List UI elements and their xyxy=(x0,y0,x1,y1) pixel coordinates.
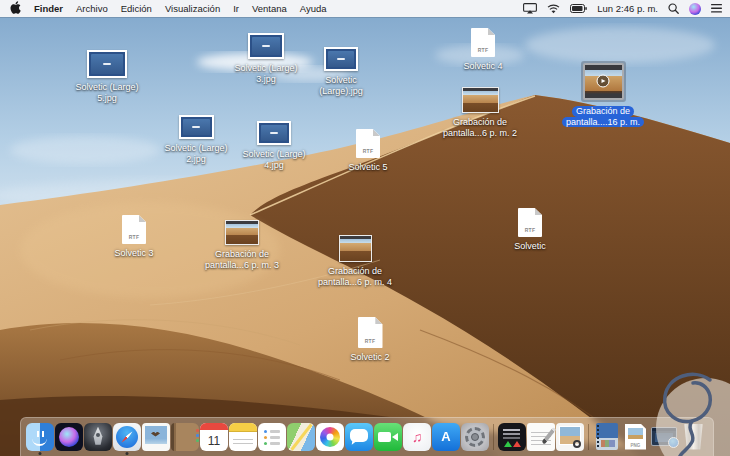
menu-archivo[interactable]: Archivo xyxy=(76,3,108,14)
jpg-thumbnail xyxy=(324,47,358,71)
icon-label: Solvetic 3 xyxy=(114,248,153,259)
icon-label: Solvetic 4 xyxy=(463,61,502,72)
menu-ventana[interactable]: Ventana xyxy=(252,3,287,14)
rtf-file-icon: RTF xyxy=(358,317,383,348)
icon-label: Solvetic (Large)3.jpg xyxy=(234,63,297,84)
icon-label: Solvetic 5 xyxy=(348,162,387,173)
menu-ir[interactable]: Ir xyxy=(233,3,239,14)
rtf-file-icon: RTF xyxy=(122,215,146,244)
jpg-thumbnail xyxy=(87,50,127,78)
notification-center-icon[interactable] xyxy=(711,4,722,13)
desktop-icon-rtf-solvetic-3[interactable]: RTF Solvetic 3 xyxy=(89,215,179,259)
dock-textedit-icon[interactable] xyxy=(527,423,555,451)
menu-ayuda[interactable]: Ayuda xyxy=(300,3,327,14)
desktop-icon-rtf-solvetic-4[interactable]: RTF Solvetic 4 xyxy=(438,28,528,72)
desktop-icon-screenshot-4[interactable]: Grabación depantalla...6 p. m. 4 xyxy=(310,235,400,287)
jpg-thumbnail xyxy=(257,121,291,145)
menu-visualizacion[interactable]: Visualización xyxy=(165,3,220,14)
dock: 11 PNG xyxy=(20,417,714,456)
screenshot-thumbnail xyxy=(339,235,372,262)
dock-itunes-icon[interactable] xyxy=(403,423,431,451)
dock-reminders-icon[interactable] xyxy=(258,423,286,451)
dock-appstore-icon[interactable] xyxy=(432,423,460,451)
jpg-thumbnail xyxy=(179,115,214,139)
icon-label: Solvetic(Large).jpg xyxy=(319,75,363,96)
desktop-icon-jpg-solvetic-large-2[interactable]: Solvetic (Large)2.jpg xyxy=(151,115,241,164)
dock-divider xyxy=(588,424,589,450)
rtf-badge: RTF xyxy=(518,227,542,233)
png-badge: PNG xyxy=(625,443,646,448)
dock-calendar-icon[interactable]: 11 xyxy=(200,423,228,451)
menu-finder[interactable]: Finder xyxy=(34,3,63,14)
running-indicator xyxy=(126,452,129,455)
desktop-icon-rtf-solvetic-5[interactable]: RTF Solvetic 5 xyxy=(323,129,413,173)
battery-icon[interactable] xyxy=(570,4,587,13)
rtf-file-icon: RTF xyxy=(471,28,495,57)
desktop-icon-screenshot-3[interactable]: Grabación depantalla...6 p. m. 3 xyxy=(197,220,287,270)
spotlight-search-icon[interactable] xyxy=(668,3,679,14)
icon-label-selected: Grabación depantalla....16 p. m. xyxy=(558,106,648,127)
icon-label: Solvetic xyxy=(514,241,546,252)
menu-bar: Finder Archivo Edición Visualización Ir … xyxy=(0,0,730,17)
rtf-badge: RTF xyxy=(358,338,383,344)
jpg-thumbnail xyxy=(248,33,284,59)
video-thumbnail xyxy=(583,63,624,100)
dock-divider xyxy=(493,424,494,450)
rtf-badge: RTF xyxy=(122,234,146,240)
desktop-icon-rtf-solvetic[interactable]: RTF Solvetic xyxy=(485,208,575,252)
icon-label: Grabación depantalla...6 p. m. 4 xyxy=(318,266,392,287)
dock-messages-icon[interactable] xyxy=(345,423,373,451)
dock-photos-icon[interactable] xyxy=(316,423,344,451)
icon-label: Grabación depantalla...6 p. m. 2 xyxy=(443,117,517,138)
dock-system-preferences-icon[interactable] xyxy=(461,423,489,451)
desktop-icon-video-grabacion-selected[interactable]: Grabación depantalla....16 p. m. xyxy=(558,61,648,127)
screenshot-thumbnail xyxy=(225,220,259,245)
dock-notes-icon[interactable] xyxy=(229,423,257,451)
macos-desktop: Finder Archivo Edición Visualización Ir … xyxy=(0,0,730,456)
dock-launchpad-icon[interactable] xyxy=(84,423,112,451)
desktop-icon-jpg-solvetic-large[interactable]: Solvetic(Large).jpg xyxy=(296,47,386,96)
dock-safari-icon[interactable] xyxy=(113,423,141,451)
calendar-day: 11 xyxy=(208,432,220,451)
icon-label: Solvetic (Large)5.jpg xyxy=(75,82,138,103)
rtf-file-icon: RTF xyxy=(356,129,380,158)
dock-maps-icon[interactable] xyxy=(287,423,315,451)
apple-logo-icon xyxy=(10,1,21,14)
screenshot-thumbnail xyxy=(462,87,499,113)
rtf-file-icon: RTF xyxy=(518,208,542,237)
running-indicator xyxy=(39,452,42,455)
apple-menu[interactable] xyxy=(10,1,21,16)
selection-highlight xyxy=(581,61,626,102)
desktop-icon-jpg-solvetic-large-4[interactable]: Solvetic (Large)4.jpg xyxy=(229,121,319,170)
dock-stocks-icon[interactable] xyxy=(498,423,526,451)
icon-label: Grabación depantalla...6 p. m. 3 xyxy=(205,249,279,270)
dock-siri-icon[interactable] xyxy=(55,423,83,451)
icon-label: Solvetic (Large)2.jpg xyxy=(164,143,227,164)
airplay-display-icon[interactable] xyxy=(523,3,537,14)
play-icon xyxy=(601,79,605,83)
dock-contacts-icon[interactable] xyxy=(171,423,199,451)
desktop-icon-screenshot-2[interactable]: Grabación depantalla...6 p. m. 2 xyxy=(435,87,525,138)
dock-finder-icon[interactable] xyxy=(26,423,54,451)
dock-preview-icon[interactable] xyxy=(556,423,584,451)
dock-photo-print-icon[interactable] xyxy=(142,423,170,451)
icon-label: Solvetic 2 xyxy=(350,352,389,363)
rtf-badge: RTF xyxy=(471,47,495,53)
icon-label: Solvetic (Large)4.jpg xyxy=(242,149,305,170)
menu-edicion[interactable]: Edición xyxy=(121,3,152,14)
rtf-badge: RTF xyxy=(356,148,380,154)
wifi-icon[interactable] xyxy=(547,4,560,14)
menu-clock[interactable]: Lun 2:46 p. m. xyxy=(597,3,658,14)
siri-menu-icon[interactable] xyxy=(689,3,701,15)
dock-png-file-icon[interactable]: PNG xyxy=(625,424,646,450)
desktop-icon-jpg-solvetic-large-5[interactable]: Solvetic (Large)5.jpg xyxy=(62,50,152,103)
dock-document-stack-icon[interactable] xyxy=(596,423,618,450)
dock-facetime-icon[interactable] xyxy=(374,423,402,451)
desktop-icon-rtf-solvetic-2[interactable]: RTF Solvetic 2 xyxy=(325,317,415,363)
